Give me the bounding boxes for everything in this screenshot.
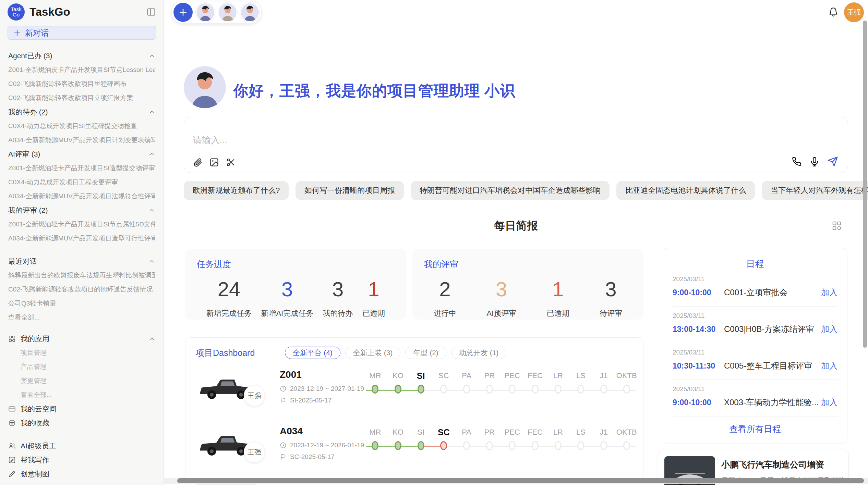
section-my-review[interactable]: 我的评审 (2) <box>8 203 155 217</box>
chat-input[interactable] <box>193 135 673 146</box>
project-milestone-date: SI-2025-05-17 <box>280 397 331 404</box>
task-item[interactable]: Z001-全新燃油轻卡产品开发项目SI造型提交物评审 <box>8 161 155 175</box>
attach-file-icon[interactable] <box>193 158 203 167</box>
app-item-product-mgmt[interactable]: 产品管理 <box>8 360 155 374</box>
milestone-node <box>372 441 378 450</box>
agent-avatar[interactable] <box>218 3 237 22</box>
join-link[interactable]: 加入 <box>821 287 837 298</box>
section-agent-done[interactable]: Agent已办 (3) <box>8 49 155 63</box>
recent-view-all[interactable]: 查看全部... <box>8 310 155 324</box>
milestone-node <box>623 441 630 450</box>
notification-bell-icon[interactable] <box>828 7 839 17</box>
recent-chat-item[interactable]: C02-飞腾新能源轻客改款项目的闭环通告反馈情况 <box>8 282 155 296</box>
milestone-node <box>418 441 424 450</box>
microphone-icon[interactable] <box>809 157 820 167</box>
join-link[interactable]: 加入 <box>821 397 837 408</box>
project-row[interactable]: 王强 Z001 2023-12-19 ~ 2027-01-19 SI-2025-… <box>195 367 634 420</box>
task-item[interactable]: C02-飞腾新能源轻客改款项目里程碑画布 <box>8 77 155 91</box>
task-item[interactable]: C02-飞腾新能源轻客改款项目立项汇报方案 <box>8 91 155 105</box>
logo-text-top: Task <box>11 7 22 12</box>
sidebar-bottom: 我的应用 项目管理 产品管理 变更管理 查看全部... 我的云空间 我的收藏 <box>0 328 164 485</box>
sidebar-item-cloud-space[interactable]: 我的云空间 <box>8 402 155 416</box>
schedule-card: 日程 2025/03/11 9:00-10:00 C001-立项审批会 加入 2… <box>663 248 847 444</box>
suggestion-chip[interactable]: 当下年轻人对汽车外观有怎样的喜好趋势 <box>762 181 868 200</box>
divider <box>8 434 155 434</box>
section-my-todo[interactable]: 我的待办 (2) <box>8 105 155 119</box>
agent-avatar[interactable] <box>196 3 215 22</box>
milestone-node <box>463 441 470 450</box>
milestone-mr: MR <box>364 371 387 394</box>
task-item[interactable]: C0X4-动力总成开发项目工程变更评审 <box>8 175 155 189</box>
milestone-node <box>486 385 493 394</box>
project-owner-avatar: 王强 <box>244 385 265 406</box>
milestone-node <box>486 441 493 450</box>
add-agent-button[interactable] <box>173 3 193 22</box>
view-all-schedule-link[interactable]: 查看所有日程 <box>673 423 837 435</box>
milestone-node <box>418 385 424 394</box>
join-link[interactable]: 加入 <box>821 324 837 335</box>
horizontal-scrollbar[interactable] <box>177 478 864 483</box>
schedule-date: 2025/03/11 <box>673 312 837 320</box>
chevron-up-icon <box>148 335 155 342</box>
daily-briefing-title: 每日简报 <box>184 219 848 234</box>
divider <box>0 249 164 249</box>
news-title: 小鹏飞行汽车制造公司增资 <box>721 459 852 470</box>
new-chat-button[interactable]: 新对话 <box>8 26 156 40</box>
milestone-oktb: OKTB <box>615 371 638 394</box>
milestone-node <box>440 441 447 450</box>
tab-model-year[interactable]: 年型 (2) <box>405 347 446 359</box>
milestone-node <box>372 385 378 394</box>
suggestion-chip[interactable]: 比亚迪全固态电池计划具体说了什么 <box>616 181 755 200</box>
screenshot-scissors-icon[interactable] <box>226 158 236 167</box>
insert-image-icon[interactable] <box>209 158 219 167</box>
sidebar-item-creative-draw[interactable]: 创意制图 <box>8 467 155 481</box>
app-item-project-mgmt[interactable]: 项目管理 <box>8 346 155 360</box>
stat-new-done: 24 新增完成任务 <box>206 278 252 319</box>
task-item[interactable]: A034-全新新能源MUV产品开发项目法规符合性评审 <box>8 189 155 203</box>
sidebar-item-favorites[interactable]: 我的收藏 <box>8 416 155 430</box>
sidebar-collapse-icon[interactable] <box>146 7 156 17</box>
voice-call-icon[interactable] <box>792 157 802 167</box>
task-item[interactable]: A034-全新新能源MUV产品开发项目计划变更表编写 <box>8 133 155 147</box>
agent-avatar[interactable] <box>240 3 260 22</box>
flag-icon <box>280 453 287 460</box>
dashboard-tabs: 全新平台 (4) 全新上装 (3) 年型 (2) 动总开发 (1) <box>285 347 506 359</box>
schedule-time: 9:00-10:00 <box>673 398 724 407</box>
section-ai-review[interactable]: AI评审 (3) <box>8 147 155 161</box>
tab-new-body[interactable]: 全新上装 (3) <box>345 347 401 359</box>
briefing-layout-icon[interactable] <box>832 221 842 231</box>
suggestion-chip[interactable]: 欧洲新规最近颁布了什么? <box>184 181 289 200</box>
suggestion-chip[interactable]: 特朗普可能对进口汽车增税会对中国车企造成哪些影响 <box>411 181 610 200</box>
vertical-scrollbar[interactable] <box>863 21 867 348</box>
suggestion-chip[interactable]: 如何写一份清晰的项目周报 <box>296 181 404 200</box>
app-item-view-all[interactable]: 查看全部... <box>8 388 155 402</box>
task-item[interactable]: Z001-全新燃油轻卡产品开发项目SI节点属性5D文件评审 <box>8 217 155 231</box>
tab-new-platform[interactable]: 全新平台 (4) <box>285 347 340 359</box>
send-icon[interactable] <box>827 156 838 167</box>
project-owner-avatar: 王强 <box>244 442 265 463</box>
sidebar-item-my-apps[interactable]: 我的应用 <box>8 332 155 346</box>
milestone-si: SI <box>409 371 432 394</box>
recent-chat-item[interactable]: 解释最新出台的欧盟报废车法规再生塑料比例被调至15%... <box>8 268 155 282</box>
schedule-event-title: C003|H0B-方案冻结评审 <box>724 324 821 335</box>
milestone-lr: LR <box>546 371 569 394</box>
project-row[interactable]: 王强 A034 2023-12-19 ~ 2026-01-19 SC-2025-… <box>195 424 634 477</box>
schedule-item: 2025/03/11 9:00-10:00 C001-立项审批会 加入 <box>673 270 837 307</box>
app-item-change-mgmt[interactable]: 变更管理 <box>8 374 155 388</box>
plus-icon <box>13 29 21 37</box>
new-chat-label: 新对话 <box>25 28 49 38</box>
recent-chat-item[interactable]: 公司Q3轻卡销量 <box>8 296 155 310</box>
sidebar-item-ai-staff[interactable]: AI超级员工 <box>8 439 155 453</box>
task-item[interactable]: A034-全新新能源MUV产品开发项目造型可行性评审 <box>8 231 155 245</box>
sidebar-item-help-write[interactable]: 帮我写作 <box>8 453 155 467</box>
task-item[interactable]: C0X4-动力总成开发项目SI里程碑提交物检查 <box>8 119 155 133</box>
section-recent-chats[interactable]: 最近对话 <box>8 254 155 268</box>
join-link[interactable]: 加入 <box>821 360 837 371</box>
milestone-node <box>395 441 401 450</box>
task-item[interactable]: Z001-全新燃油皮卡产品开发项目SI节点Lesson Learn报告 <box>8 63 155 77</box>
milestone-pr: PR <box>478 371 501 394</box>
user-avatar[interactable]: 王强 <box>844 2 864 22</box>
milestone-node <box>577 441 584 450</box>
milestone-ls: LS <box>569 427 592 450</box>
tab-powertrain[interactable]: 动总开发 (1) <box>451 347 507 359</box>
